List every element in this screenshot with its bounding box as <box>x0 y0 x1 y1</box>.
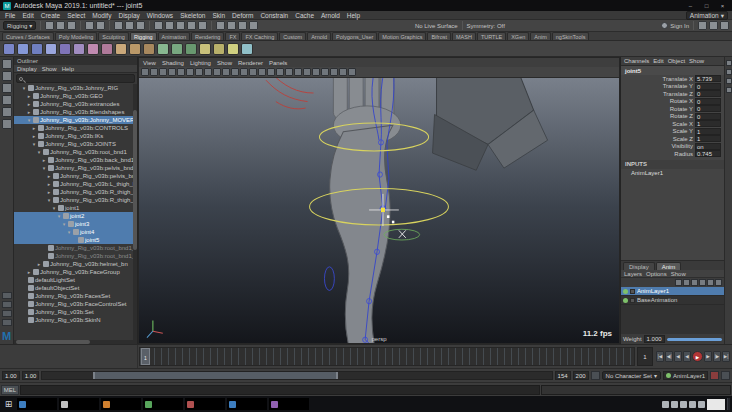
oversampling-icon[interactable] <box>186 68 194 76</box>
menu-item[interactable]: Deform <box>232 12 253 19</box>
layer-editor-menu-item[interactable]: Layers <box>624 271 642 277</box>
expand-arrow-icon[interactable]: ▾ <box>26 117 32 123</box>
outliner-item[interactable]: ▸ Johnny_Rig_v03b:back_bnd1 <box>14 156 137 164</box>
range-slider-bar[interactable] <box>41 371 552 380</box>
scale-tool-icon[interactable] <box>2 119 12 129</box>
play-forward-button[interactable]: ▶ <box>692 351 703 362</box>
selected-node-name[interactable]: joint5 <box>621 66 724 75</box>
playback-range-handle[interactable] <box>93 372 337 379</box>
notification-icon[interactable] <box>689 401 696 408</box>
outliner-item[interactable]: ▾ Johnny_Rig_v03b:Johnny_MOVER <box>14 116 137 124</box>
shelf-tab[interactable]: FX <box>225 32 240 40</box>
outliner-search-input[interactable] <box>16 74 135 83</box>
mirror-joint-icon[interactable] <box>59 43 71 55</box>
taskbar-app-1[interactable] <box>17 398 57 410</box>
menu-item[interactable]: Create <box>41 12 61 19</box>
camera-attributes-icon[interactable] <box>150 68 158 76</box>
step-forward-key-button[interactable]: |▶ <box>713 351 721 362</box>
outliner-menu-item[interactable]: Show <box>42 66 57 72</box>
animation-end-field[interactable]: 200 <box>573 371 589 380</box>
menu-item[interactable]: Skin <box>212 12 225 19</box>
persp-outliner-layout-icon[interactable] <box>2 310 12 317</box>
pose-editor-icon[interactable] <box>213 43 225 55</box>
channel-label[interactable]: Scale X <box>672 121 693 127</box>
menu-item[interactable]: Edit <box>22 12 33 19</box>
weight-value-field[interactable]: 1.000 <box>644 335 665 343</box>
weight-slider[interactable] <box>667 338 722 341</box>
move-layer-up-icon[interactable] <box>691 279 698 286</box>
attribute-editor-toggle-icon[interactable] <box>698 21 707 30</box>
layer-editor-tab[interactable]: Anim <box>656 262 682 270</box>
menu-item[interactable]: Windows <box>147 12 173 19</box>
anti-aliasing-icon[interactable] <box>303 68 311 76</box>
outliner-item[interactable]: Johnny_Rig_v03b:root_bnd1_parentConstrai… <box>14 244 137 252</box>
shelf-tab[interactable]: TURTLE <box>477 32 506 40</box>
outliner-item[interactable]: ▾ joint3 <box>14 220 137 228</box>
layer-status-icon[interactable] <box>623 289 628 294</box>
menu-item[interactable]: Arnold <box>321 12 340 19</box>
shelf-tab[interactable]: Rendering <box>191 32 224 40</box>
shadows-icon[interactable] <box>276 68 284 76</box>
playback-options-icon[interactable] <box>591 371 600 380</box>
expand-arrow-icon[interactable]: ▸ <box>41 157 47 163</box>
channel-label[interactable]: Rotate X <box>670 98 693 104</box>
shelf-tab[interactable]: Sculpting <box>98 32 129 40</box>
mel-toggle-button[interactable]: MEL <box>1 385 19 395</box>
snap-curve-icon[interactable] <box>165 21 174 30</box>
safe-action-icon[interactable] <box>222 68 230 76</box>
menu-item[interactable]: Constrain <box>260 12 288 19</box>
symmetry-status[interactable]: Symmetry: Off <box>467 23 505 29</box>
viewport-menu-item[interactable]: Show <box>217 60 232 66</box>
menu-item[interactable]: Help <box>347 12 360 19</box>
single-pane-layout-icon[interactable] <box>2 292 12 299</box>
time-slider-track[interactable]: 1 <box>139 347 635 366</box>
outliner-item[interactable]: Johnny_Rig_v03b:FacesSet <box>14 292 137 300</box>
model-leg[interactable] <box>330 125 393 343</box>
channel-label[interactable]: Translate Z <box>663 91 693 97</box>
channel-value-field[interactable]: on <box>695 143 721 150</box>
menu-set-selector[interactable]: Rigging ▾ <box>3 21 36 30</box>
field-chart-icon[interactable] <box>213 68 221 76</box>
blend-shape-icon[interactable] <box>199 43 211 55</box>
taskbar-app-6[interactable] <box>227 398 267 410</box>
outliner-item[interactable]: ▾ Johnny_Rig_v03b:Johnny_RIG <box>14 84 137 92</box>
film-gate-icon[interactable] <box>339 68 347 76</box>
modeling-toolkit-icon[interactable] <box>726 87 732 93</box>
zero-key-layer-icon[interactable] <box>707 279 714 286</box>
viewport-menu-item[interactable]: Shading <box>162 60 184 66</box>
constraint-icon[interactable] <box>241 43 253 55</box>
shaded-icon[interactable] <box>249 68 257 76</box>
expand-arrow-icon[interactable]: ▸ <box>26 269 32 275</box>
shelf-tab[interactable]: Polygons_User <box>332 32 377 40</box>
network-icon[interactable] <box>671 401 678 408</box>
shelf-tab[interactable]: Arnold <box>307 32 331 40</box>
mirror-skin-weights-icon[interactable] <box>129 43 141 55</box>
layer-mute-toggle-icon[interactable] <box>630 289 635 294</box>
outliner-horizontal-scrollbar[interactable] <box>14 340 137 344</box>
expand-arrow-icon[interactable]: ▸ <box>46 181 52 187</box>
xray-icon[interactable] <box>348 68 356 76</box>
unbind-skin-icon[interactable] <box>101 43 113 55</box>
channel-label[interactable]: Scale Z <box>673 136 693 142</box>
battery-icon[interactable] <box>698 401 705 408</box>
channel-label[interactable]: Scale Y <box>672 128 693 134</box>
menu-item[interactable]: File <box>5 12 15 19</box>
channel-value-field[interactable]: 0 <box>695 83 721 90</box>
outliner-item[interactable]: ▸ Johnny_Rig_v03b:IKs <box>14 132 137 140</box>
persp-graph-layout-icon[interactable] <box>2 319 12 326</box>
taskbar-app-4[interactable] <box>143 398 183 410</box>
outliner-menu-item[interactable]: Help <box>62 66 74 72</box>
go-to-end-button[interactable]: ▶| <box>722 351 730 362</box>
select-object-icon[interactable] <box>125 21 134 30</box>
channel-value-field[interactable]: 0 <box>695 113 721 120</box>
textured-icon[interactable] <box>258 68 266 76</box>
current-time-marker[interactable]: 1 <box>141 348 150 365</box>
tool-settings-toggle-icon[interactable] <box>709 21 718 30</box>
outliner-item[interactable]: defaultLightSet <box>14 276 137 284</box>
grid-icon[interactable] <box>330 68 338 76</box>
motion-blur-icon[interactable] <box>294 68 302 76</box>
outliner-item[interactable]: ▸ Johnny_Rig_v03b:R_thigh_bnd2 <box>14 188 137 196</box>
outliner-item[interactable]: Johnny_Rig_v03b:Set <box>14 308 137 316</box>
render-current-icon[interactable] <box>227 21 236 30</box>
taskbar-app-5[interactable] <box>185 398 225 410</box>
